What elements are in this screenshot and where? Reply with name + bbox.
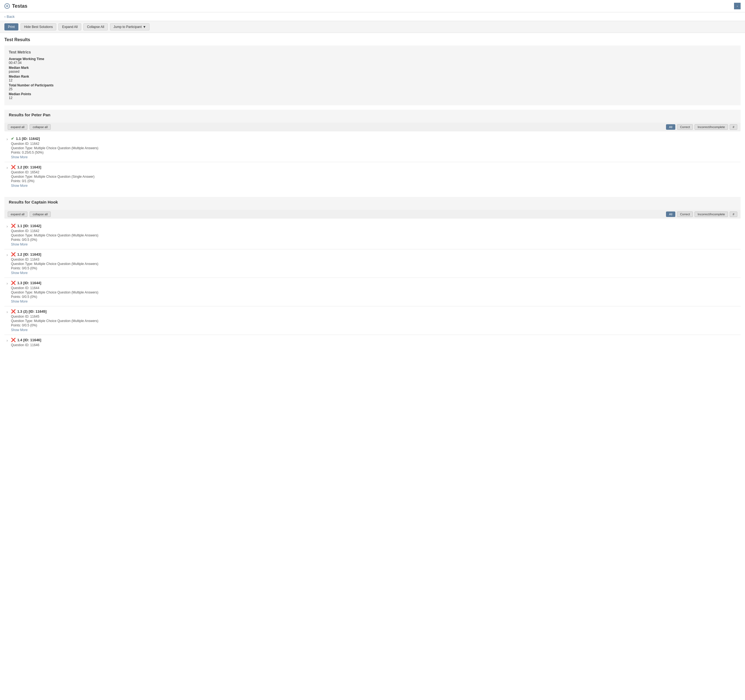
captain-hook-q4-show-more[interactable]: Show More <box>11 328 28 332</box>
peter-pan-q2-points: Points: 0/1 (0%) <box>11 179 741 183</box>
captain-hook-controls-row: expand all collapse all All Correct Inco… <box>4 210 741 218</box>
peter-pan-q2-id: Question ID: 16542 <box>11 171 741 174</box>
captain-hook-filter-correct-button[interactable]: Correct <box>677 211 693 217</box>
print-button[interactable]: Print <box>4 23 18 30</box>
expand-all-button[interactable]: Expand All <box>58 23 81 30</box>
peter-pan-q1-type: Question Type: Multiple Choice Question … <box>11 146 741 150</box>
captain-hook-q4-title: 1.3 (2) [ID: 11645] <box>17 310 46 314</box>
peter-pan-q2-expand-icon[interactable]: › <box>4 165 10 171</box>
peter-pan-q1-status-icon: ✔ <box>11 136 14 141</box>
captain-hook-question-4: › ❌ 1.3 (2) [ID: 11645] Question ID: 116… <box>4 307 741 335</box>
peter-pan-q2-type: Question Type: Multiple Choice Question … <box>11 175 741 179</box>
captain-hook-q2-show-more[interactable]: Show More <box>11 271 28 275</box>
captain-hook-q1-status-icon: ❌ <box>11 224 16 228</box>
median-mark-value: passed <box>9 70 736 73</box>
captain-hook-q1-expand-icon[interactable]: › <box>4 224 10 229</box>
peter-pan-filter-correct-button[interactable]: Correct <box>677 124 693 130</box>
peter-pan-filter-incorrect-button[interactable]: Incorrect/Incomplete <box>694 124 728 130</box>
app-menu-button[interactable]: - <box>734 3 741 9</box>
captain-hook-collapse-all-button[interactable]: collapse all <box>30 211 51 217</box>
peter-pan-q1-points: Points: 0.25/0.5 (50%) <box>11 151 741 154</box>
peter-pan-filter-hash-button[interactable]: # <box>730 124 738 130</box>
captain-hook-q1-type: Question Type: Multiple Choice Question … <box>11 233 741 237</box>
captain-hook-q2-status-icon: ❌ <box>11 252 16 256</box>
captain-hook-q3-points: Points: 0/0.5 (0%) <box>11 295 741 299</box>
peter-pan-results-section: Results for Peter Pan expand all collaps… <box>4 110 741 190</box>
captain-hook-questions-list: › ❌ 1.1 [ID: 11642] Question ID: 11642 Q… <box>4 221 741 350</box>
back-link[interactable]: ‹ Back <box>0 12 745 21</box>
captain-hook-filter-all-button[interactable]: All <box>666 211 675 217</box>
test-metrics-section: Test Metrics Average Working Time 00:47:… <box>4 46 741 105</box>
captain-hook-q1-points: Points: 0/0.5 (0%) <box>11 238 741 242</box>
peter-pan-q2-show-more[interactable]: Show More <box>11 184 28 188</box>
captain-hook-q3-show-more[interactable]: Show More <box>11 299 28 304</box>
captain-hook-filter-hash-button[interactable]: # <box>730 211 738 217</box>
peter-pan-q1-title-row: ✔ 1.1 [ID: 11642] <box>11 136 741 141</box>
app-header: Testas - <box>0 0 745 12</box>
collapse-all-button[interactable]: Collapse All <box>84 23 108 30</box>
test-results-title: Test Results <box>4 37 741 42</box>
dropdown-arrow-icon: ▼ <box>143 25 146 29</box>
peter-pan-questions-list: › ✔ 1.1 [ID: 11642] Question ID: 11642 Q… <box>4 133 741 190</box>
total-participants-value: 25 <box>9 87 736 91</box>
median-rank-label: Median Rank <box>9 75 736 78</box>
captain-hook-q3-status-icon: ❌ <box>11 281 16 285</box>
peter-pan-expand-all-button[interactable]: expand all <box>7 124 27 130</box>
peter-pan-question-2: › ❌ 1.2 [ID: 11643] Question ID: 16542 Q… <box>4 162 741 190</box>
captain-hook-filter-incorrect-button[interactable]: Incorrect/Incomplete <box>694 211 728 217</box>
peter-pan-q2-status-icon: ❌ <box>11 165 16 169</box>
captain-hook-expand-all-button[interactable]: expand all <box>7 211 27 217</box>
captain-hook-q4-expand-icon[interactable]: › <box>4 309 10 315</box>
captain-hook-q1-id: Question ID: 11642 <box>11 229 741 233</box>
peter-pan-results-title: Results for Peter Pan <box>9 112 736 117</box>
avg-working-time-label: Average Working Time <box>9 57 736 61</box>
captain-hook-q1-title-row: ❌ 1.1 [ID: 11642] <box>11 224 741 228</box>
peter-pan-q2-title: 1.2 [ID: 11643] <box>17 165 41 169</box>
captain-hook-q1-show-more[interactable]: Show More <box>11 242 28 246</box>
captain-hook-q4-id: Question ID: 11645 <box>11 315 741 319</box>
captain-hook-controls-left: expand all collapse all <box>7 211 51 217</box>
captain-hook-question-1: › ❌ 1.1 [ID: 11642] Question ID: 11642 Q… <box>4 221 741 249</box>
captain-hook-q3-title: 1.3 [ID: 11644] <box>17 281 41 285</box>
peter-pan-collapse-all-button[interactable]: collapse all <box>30 124 51 130</box>
hide-best-solutions-button[interactable]: Hide Best Solutions <box>21 23 57 30</box>
captain-hook-question-3: › ❌ 1.3 [ID: 11644] Question ID: 11644 Q… <box>4 278 741 307</box>
captain-hook-q4-status-icon: ❌ <box>11 309 16 314</box>
peter-pan-controls-left: expand all collapse all <box>7 124 51 130</box>
captain-hook-results-title: Results for Captain Hook <box>9 200 736 204</box>
captain-hook-q5-expand-icon[interactable]: › <box>4 338 10 343</box>
chevron-left-icon: ‹ <box>4 15 6 19</box>
captain-hook-q2-type: Question Type: Multiple Choice Question … <box>11 262 741 266</box>
peter-pan-q1-expand-icon[interactable]: › <box>4 136 10 142</box>
captain-hook-q5-title-row: ❌ 1.4 [ID: 11646] <box>11 338 741 342</box>
median-rank-value: 12 <box>9 78 736 82</box>
median-points-value: 12 <box>9 96 736 100</box>
captain-hook-q4-type: Question Type: Multiple Choice Question … <box>11 319 741 323</box>
captain-hook-q3-type: Question Type: Multiple Choice Question … <box>11 290 741 294</box>
captain-hook-q3-title-row: ❌ 1.3 [ID: 11644] <box>11 281 741 285</box>
peter-pan-filter-all-button[interactable]: All <box>666 124 675 130</box>
captain-hook-q4-points: Points: 0/0.5 (0%) <box>11 323 741 327</box>
peter-pan-q1-title: 1.1 [ID: 11642] <box>16 137 40 141</box>
test-metrics-subtitle: Test Metrics <box>9 50 736 54</box>
captain-hook-controls-right: All Correct Incorrect/Incomplete # <box>666 211 738 217</box>
app-logo-icon <box>4 3 10 9</box>
peter-pan-controls-row: expand all collapse all All Correct Inco… <box>4 123 741 132</box>
captain-hook-q2-expand-icon[interactable]: › <box>4 252 10 257</box>
peter-pan-q1-id: Question ID: 11642 <box>11 142 741 146</box>
jump-to-participant-button[interactable]: Jump to Participant ▼ <box>110 23 150 30</box>
peter-pan-question-1: › ✔ 1.1 [ID: 11642] Question ID: 11642 Q… <box>4 133 741 162</box>
median-points-label: Median Points <box>9 92 736 96</box>
captain-hook-results-section: Results for Captain Hook expand all coll… <box>4 197 741 350</box>
avg-working-time-value: 00:47:34 <box>9 61 736 65</box>
main-content: Test Results Test Metrics Average Workin… <box>0 33 745 361</box>
toolbar: Print Hide Best Solutions Expand All Col… <box>0 21 745 33</box>
peter-pan-q1-show-more[interactable]: Show More <box>11 155 28 159</box>
app-title-area: Testas <box>4 3 27 9</box>
captain-hook-q2-points: Points: 0/0.5 (0%) <box>11 266 741 270</box>
captain-hook-q5-status-icon: ❌ <box>11 338 16 342</box>
median-mark-label: Median Mark <box>9 66 736 70</box>
captain-hook-q3-expand-icon[interactable]: › <box>4 281 10 286</box>
total-participants-label: Total Number of Participants <box>9 84 736 87</box>
peter-pan-q2-title-row: ❌ 1.2 [ID: 11643] <box>11 165 741 169</box>
